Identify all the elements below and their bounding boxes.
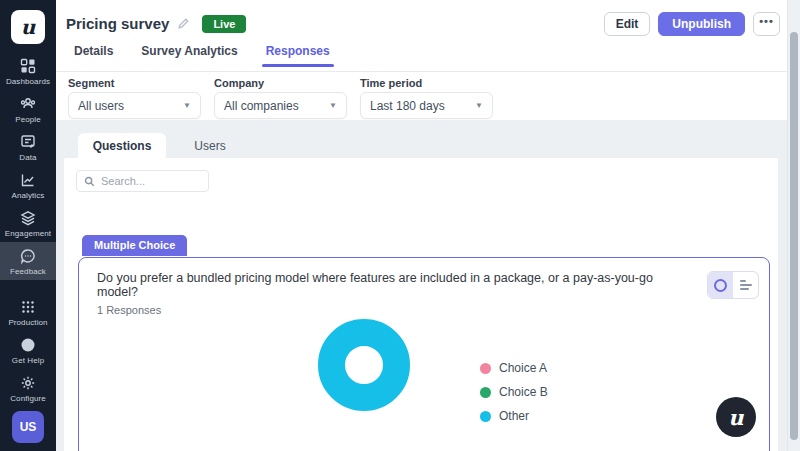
responses-count: 1 Responses xyxy=(97,304,657,316)
tab-users[interactable]: Users xyxy=(166,133,254,158)
questions-panel: Multiple Choice Do you prefer a bundled … xyxy=(64,158,778,451)
page-title: Pricing survey xyxy=(66,15,169,32)
filter-label: Company xyxy=(214,77,347,89)
time-period-select[interactable]: Last 180 days ▼ xyxy=(360,92,493,119)
legend-label: Choice A xyxy=(499,361,547,375)
sidebar-item-get-help[interactable]: ? Get Help xyxy=(0,331,56,369)
userpilot-widget-button[interactable]: u xyxy=(716,397,756,437)
legend-item[interactable]: Other xyxy=(480,409,548,423)
filter-segment: Segment All users ▼ xyxy=(68,77,201,120)
sidebar-item-dashboards[interactable]: Dashboards xyxy=(0,52,56,90)
sidebar-item-data[interactable]: Data xyxy=(0,128,56,166)
question-text-block: Do you prefer a bundled pricing model wh… xyxy=(97,271,657,316)
legend-item[interactable]: Choice B xyxy=(480,385,548,399)
chevron-down-icon: ▼ xyxy=(329,101,337,110)
more-options-button[interactable]: ••• xyxy=(753,12,780,36)
data-icon xyxy=(19,133,37,151)
donut-chart-icon xyxy=(714,279,727,292)
donut-chart xyxy=(318,319,410,411)
help-icon: ? xyxy=(19,336,37,354)
sidebar-item-label: People xyxy=(15,115,41,124)
segment-select-value: All users xyxy=(78,99,124,113)
app-window: u Dashboards People Data Analytics xyxy=(0,0,800,451)
tab-questions[interactable]: Questions xyxy=(78,133,166,158)
unpublish-button[interactable]: Unpublish xyxy=(658,12,745,36)
gear-icon xyxy=(19,374,37,392)
legend-dot-choice-a xyxy=(480,363,491,374)
search-input[interactable] xyxy=(101,175,201,187)
chart-type-toggle xyxy=(707,271,759,299)
edit-title-icon[interactable] xyxy=(177,17,190,30)
filter-label: Time period xyxy=(360,77,493,89)
dashboards-icon xyxy=(19,57,37,75)
status-badge: Live xyxy=(202,15,246,33)
sidebar-item-production[interactable]: Production xyxy=(0,293,56,331)
analytics-icon xyxy=(19,171,37,189)
scrollbar-thumb[interactable] xyxy=(790,32,798,440)
legend-dot-choice-b xyxy=(480,387,491,398)
company-select[interactable]: All companies ▼ xyxy=(214,92,347,119)
legend-label: Choice B xyxy=(499,385,548,399)
filter-company: Company All companies ▼ xyxy=(214,77,347,120)
sidebar-item-label: Get Help xyxy=(12,356,44,365)
tab-details[interactable]: Details xyxy=(74,44,113,67)
scrollbar-track[interactable] xyxy=(787,0,800,451)
sidebar-item-label: Data xyxy=(19,153,36,162)
production-icon xyxy=(19,298,37,316)
engagement-icon xyxy=(19,209,37,227)
sidebar-item-label: Analytics xyxy=(12,191,45,200)
sidebar-item-configure[interactable]: Configure xyxy=(0,369,56,407)
sidebar-item-label: Feedback xyxy=(10,267,46,276)
question-text: Do you prefer a bundled pricing model wh… xyxy=(97,271,657,299)
sidebar-item-engagement[interactable]: Engagement xyxy=(0,204,56,242)
search-box[interactable] xyxy=(76,170,209,192)
sidebar-item-people[interactable]: People xyxy=(0,90,56,128)
title-row: Pricing survey Live Edit Unpublish ••• xyxy=(56,0,800,36)
chevron-down-icon: ▼ xyxy=(183,101,191,110)
userpilot-logo-glyph: u xyxy=(728,405,743,430)
sidebar: u Dashboards People Data Analytics xyxy=(0,0,56,451)
sidebar-item-label: Dashboards xyxy=(6,77,50,86)
chevron-down-icon: ▼ xyxy=(475,101,483,110)
app-logo-glyph: u xyxy=(21,15,36,39)
sidebar-item-label: Engagement xyxy=(5,229,51,238)
feedback-icon xyxy=(19,247,37,265)
filter-time-period: Time period Last 180 days ▼ xyxy=(360,77,493,120)
tab-responses[interactable]: Responses xyxy=(266,44,330,67)
bar-chart-icon xyxy=(740,280,752,290)
search-icon xyxy=(84,176,95,187)
bar-view-button[interactable] xyxy=(733,272,758,298)
edit-button[interactable]: Edit xyxy=(604,12,651,36)
time-period-select-value: Last 180 days xyxy=(370,99,445,113)
legend-label: Other xyxy=(499,409,529,423)
chart-legend: Choice A Choice B Other xyxy=(480,361,548,423)
legend-dot-other xyxy=(480,411,491,422)
user-avatar[interactable]: US xyxy=(12,411,44,443)
content-area: Questions Users Multiple Choice Do you p… xyxy=(56,120,800,451)
header-tabs: Details Survey Analytics Responses xyxy=(56,44,800,67)
question-type-badge: Multiple Choice xyxy=(82,235,187,256)
sidebar-item-analytics[interactable]: Analytics xyxy=(0,166,56,204)
svg-text:?: ? xyxy=(25,340,31,350)
filter-bar: Segment All users ▼ Company All companie… xyxy=(56,73,800,120)
segment-select[interactable]: All users ▼ xyxy=(68,92,201,119)
legend-item[interactable]: Choice A xyxy=(480,361,548,375)
sidebar-item-label: Production xyxy=(8,318,47,327)
sidebar-item-feedback[interactable]: Feedback xyxy=(0,242,56,280)
donut-view-button[interactable] xyxy=(708,272,733,298)
people-icon xyxy=(19,95,37,113)
main-area: Pricing survey Live Edit Unpublish ••• D… xyxy=(56,0,800,451)
page-header: Pricing survey Live Edit Unpublish ••• D… xyxy=(56,0,800,72)
filter-label: Segment xyxy=(68,77,201,89)
tab-survey-analytics[interactable]: Survey Analytics xyxy=(141,44,237,67)
question-card: Do you prefer a bundled pricing model wh… xyxy=(78,257,770,451)
company-select-value: All companies xyxy=(224,99,299,113)
question-header: Do you prefer a bundled pricing model wh… xyxy=(79,258,769,316)
sidebar-item-label: Configure xyxy=(10,394,46,403)
app-logo[interactable]: u xyxy=(11,10,45,44)
panel-tabs: Questions Users xyxy=(78,133,254,158)
